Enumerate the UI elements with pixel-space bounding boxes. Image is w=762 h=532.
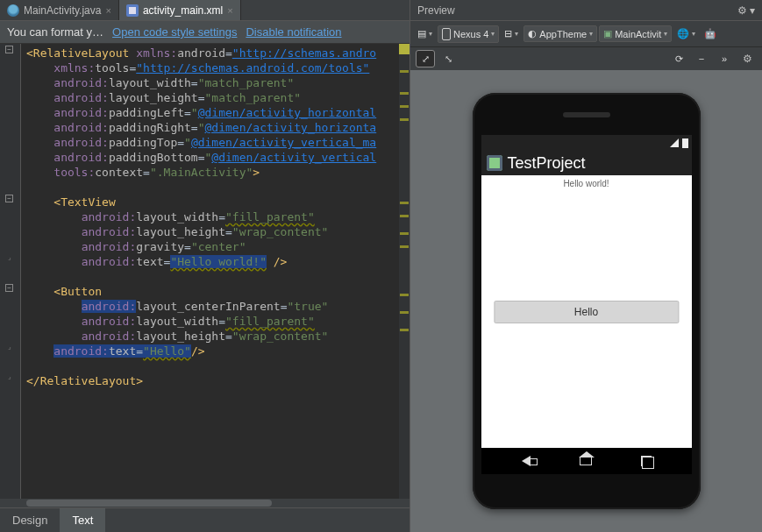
- theme-dropdown[interactable]: ◐AppTheme▾: [523, 25, 597, 42]
- phone-screen: TestProject Hello world! Hello: [481, 135, 692, 474]
- warning-marker[interactable]: [400, 245, 409, 248]
- open-code-style-link[interactable]: Open code style settings: [112, 25, 237, 39]
- orientation-icon: ⊟: [504, 28, 512, 39]
- zoom-reset-button[interactable]: ⟳: [669, 50, 688, 67]
- warning-marker[interactable]: [400, 92, 409, 95]
- warning-marker[interactable]: [400, 70, 409, 73]
- zoom-fit-button[interactable]: ⤢: [416, 50, 435, 67]
- close-icon[interactable]: ×: [105, 5, 110, 16]
- device-label: Nexus 4: [453, 29, 488, 39]
- preview-header: Preview ⚙ ▾: [410, 0, 762, 21]
- tab-design[interactable]: Design: [0, 508, 60, 532]
- disable-notification-link[interactable]: Disable notification: [246, 25, 341, 39]
- warning-marker[interactable]: [400, 202, 409, 204]
- code-editor[interactable]: − − ⌟ − ⌟ ⌟ <RelativeLayout xmlns:androi…: [0, 44, 409, 499]
- zoom-actual-button[interactable]: ⤡: [438, 50, 458, 67]
- java-icon: [7, 4, 19, 17]
- fold-end-icon: ⌟: [5, 254, 13, 262]
- tab-label: activity_main.xml: [143, 4, 223, 17]
- phone-frame: TestProject Hello world! Hello: [473, 93, 701, 509]
- analysis-status-icon[interactable]: [399, 44, 409, 54]
- preview-canvas[interactable]: TestProject Hello world! Hello: [410, 70, 762, 532]
- activity-dropdown[interactable]: ▣MainActivit▾: [599, 25, 672, 42]
- tab-label: MainActivity.java: [24, 4, 101, 17]
- android-icon: 🤖: [704, 28, 716, 39]
- activity-icon: ▣: [603, 28, 612, 39]
- warning-marker[interactable]: [400, 118, 409, 121]
- android-nav-bar: [481, 448, 692, 474]
- warning-marker[interactable]: [400, 232, 409, 235]
- fold-end-icon: ⌟: [5, 344, 13, 351]
- editor-error-stripe[interactable]: [399, 44, 409, 499]
- device-dropdown[interactable]: Nexus 4▾: [438, 25, 499, 43]
- warning-marker[interactable]: [400, 105, 409, 108]
- button-hello[interactable]: Hello: [494, 301, 679, 323]
- preview-toolbar: ▤▾ Nexus 4▾ ⊟▾ ◐AppTheme▾ ▣MainActivit▾ …: [410, 21, 762, 47]
- textview-hello-world: Hello world!: [481, 175, 692, 188]
- scrollbar-thumb[interactable]: [26, 500, 272, 507]
- preview-pane: Preview ⚙ ▾ ▤▾ Nexus 4▾ ⊟▾ ◐AppTheme▾ ▣M…: [410, 0, 762, 532]
- code-text[interactable]: <RelativeLayout xmlns:android="http://sc…: [21, 44, 399, 499]
- editor-notice-bar: You can format y… Open code style settin…: [0, 21, 409, 44]
- zoom-out-button[interactable]: −: [692, 50, 711, 67]
- configuration-dropdown[interactable]: ▤▾: [414, 26, 436, 41]
- locale-dropdown[interactable]: 🌐▾: [673, 26, 699, 41]
- device-icon: [442, 28, 451, 40]
- app-title: TestProject: [508, 154, 586, 173]
- android-status-bar: [481, 135, 692, 151]
- layers-icon: ▤: [417, 28, 426, 39]
- recents-icon[interactable]: [641, 456, 652, 466]
- preview-title: Preview: [417, 4, 455, 17]
- preview-zoom-toolbar: ⤢ ⤡ ⟳ − » ⚙: [410, 47, 762, 70]
- battery-icon: [682, 138, 688, 148]
- signal-icon: [670, 138, 679, 147]
- fold-end-icon: ⌟: [5, 373, 13, 381]
- xml-icon: [126, 4, 139, 17]
- api-dropdown[interactable]: 🤖: [701, 26, 720, 41]
- editor-pane: MainActivity.java × activity_main.xml × …: [0, 0, 410, 532]
- tab-mainactivity-java[interactable]: MainActivity.java ×: [0, 0, 119, 20]
- app-content-area: Hello world! Hello: [481, 175, 692, 448]
- theme-icon: ◐: [528, 28, 537, 39]
- warning-marker[interactable]: [400, 215, 409, 217]
- tab-text[interactable]: Text: [60, 508, 105, 532]
- back-icon[interactable]: [522, 456, 531, 466]
- fold-toggle-icon[interactable]: −: [5, 46, 13, 53]
- horizontal-scrollbar[interactable]: [0, 499, 409, 507]
- fold-toggle-icon[interactable]: −: [5, 284, 13, 292]
- warning-marker[interactable]: [400, 329, 409, 331]
- notice-message: You can format y…: [7, 25, 103, 39]
- warning-marker[interactable]: [400, 311, 409, 314]
- orientation-dropdown[interactable]: ⊟▾: [501, 26, 522, 41]
- design-text-tabs: Design Text: [0, 507, 409, 532]
- close-icon[interactable]: ×: [227, 5, 232, 16]
- activity-label: MainActivit: [615, 29, 661, 39]
- app-icon: [487, 155, 502, 171]
- file-tabs: MainActivity.java × activity_main.xml ×: [0, 0, 409, 21]
- warning-marker[interactable]: [400, 294, 409, 296]
- fold-toggle-icon[interactable]: −: [5, 195, 13, 202]
- tab-activity-main-xml[interactable]: activity_main.xml ×: [119, 0, 241, 20]
- android-action-bar: TestProject: [481, 151, 692, 175]
- home-icon[interactable]: [580, 457, 592, 465]
- theme-label: AppTheme: [539, 29, 587, 39]
- editor-gutter: − − ⌟ − ⌟ ⌟: [0, 44, 21, 499]
- globe-icon: 🌐: [677, 28, 689, 39]
- zoom-in-button[interactable]: »: [715, 50, 734, 67]
- gear-icon[interactable]: ⚙: [737, 50, 757, 67]
- gear-icon[interactable]: ⚙ ▾: [737, 4, 755, 17]
